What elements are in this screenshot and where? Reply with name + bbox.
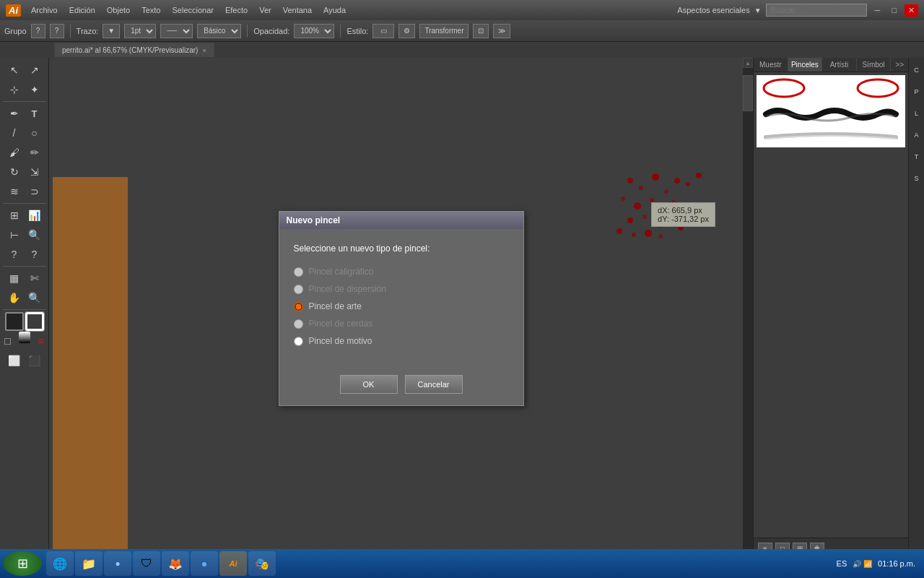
- basico-select[interactable]: Básico: [197, 24, 241, 38]
- fill-color-btn[interactable]: [5, 312, 24, 331]
- search-input[interactable]: [766, 4, 867, 17]
- menu-ventana[interactable]: Ventana: [279, 4, 316, 16]
- taskbar-app8[interactable]: 🎭: [248, 551, 276, 576]
- label-motivo: Pincel de motivo: [309, 336, 372, 346]
- menu-ayuda[interactable]: Ayuda: [319, 4, 350, 16]
- taskbar-app4[interactable]: 🛡: [133, 551, 160, 576]
- title-bar: Ai Archivo Edición Objeto Texto Seleccio…: [0, 0, 924, 20]
- title-bar-right: Aspectos esenciales ▼ ─ □ ✕: [677, 4, 918, 17]
- slice-tool[interactable]: ✄: [25, 269, 44, 288]
- tab-close-btn[interactable]: ×: [202, 47, 206, 54]
- column-graph-tool[interactable]: ▦: [5, 269, 24, 288]
- stroke-color-btn[interactable]: [25, 312, 44, 331]
- svg-point-25: [858, 79, 898, 97]
- transform-controls-btn[interactable]: ⊡: [473, 24, 489, 38]
- stroke-panel-btn[interactable]: S: [907, 169, 925, 188]
- panel-more-btn[interactable]: >>: [891, 58, 908, 72]
- paintbrush-tool[interactable]: 🖌: [5, 143, 24, 162]
- tool-row-line: / ○: [5, 124, 44, 142]
- measure-tool[interactable]: ⊢: [5, 225, 24, 244]
- tab-artisti[interactable]: Artísti: [822, 58, 857, 72]
- menu-ver[interactable]: Ver: [255, 4, 276, 16]
- blend-tool[interactable]: ?: [5, 245, 24, 264]
- select-tool[interactable]: ↖: [5, 61, 24, 79]
- taskbar-explorer[interactable]: 📁: [75, 551, 103, 576]
- radio-arte[interactable]: [294, 302, 303, 311]
- brush-options-btn[interactable]: ⚙: [398, 24, 415, 38]
- ellipse-tool[interactable]: ○: [25, 124, 44, 142]
- line-tool[interactable]: /: [5, 124, 24, 142]
- tool-row-draw: ⊹ ✦: [5, 80, 44, 99]
- menu-archivo[interactable]: Archivo: [27, 4, 62, 16]
- properties-btn[interactable]: P: [907, 82, 925, 101]
- trazo-size-select[interactable]: 1pt: [124, 24, 156, 38]
- menu-seleccionar[interactable]: Seleccionar: [167, 4, 217, 16]
- trazo-style-select[interactable]: ──: [160, 24, 193, 38]
- tool-sep-1: [3, 101, 46, 102]
- warp-tool[interactable]: ≋: [5, 182, 24, 201]
- group-question-btn[interactable]: ?: [31, 24, 45, 38]
- far-right-strip: C P L A T S: [908, 58, 924, 559]
- group-question2-btn[interactable]: ?: [50, 24, 64, 38]
- layers-btn[interactable]: L: [907, 104, 925, 123]
- pencil-tool[interactable]: ✏: [25, 143, 44, 162]
- estilo-btn[interactable]: ▭: [372, 24, 394, 38]
- menu-edicion[interactable]: Edición: [65, 4, 100, 16]
- minimize-button[interactable]: ─: [871, 4, 884, 16]
- radio-cerdas[interactable]: [294, 319, 303, 329]
- ok-button[interactable]: OK: [340, 375, 398, 394]
- document-tab[interactable]: perrito.ai* al 66,67% (CMYK/Previsualiza…: [54, 43, 214, 57]
- radio-dispersion[interactable]: [294, 285, 303, 294]
- opacidad-select[interactable]: 100%: [294, 24, 334, 38]
- taskbar-illustrator[interactable]: Ai: [219, 551, 247, 576]
- lasso-tool[interactable]: ⊹: [5, 80, 24, 99]
- text-tool[interactable]: T: [25, 104, 44, 123]
- radio-motivo[interactable]: [294, 337, 303, 346]
- magic-wand-tool[interactable]: ✦: [25, 80, 44, 99]
- label-dispersion: Pincel de dispersión: [309, 284, 386, 294]
- tab-pinceles[interactable]: Pinceles: [788, 58, 823, 72]
- cancel-button[interactable]: Cancelar: [405, 375, 463, 394]
- eyedropper-tool[interactable]: 🔍: [25, 225, 44, 244]
- zoom-tool[interactable]: 🔍: [25, 288, 44, 307]
- direct-select-tool[interactable]: ↗: [25, 61, 44, 79]
- taskbar-app3[interactable]: ●: [104, 551, 131, 576]
- tool-row-blend: ? ?: [5, 245, 44, 264]
- shape-builder-tool[interactable]: ⊞: [5, 206, 24, 225]
- normal-mode-btn[interactable]: □: [0, 332, 17, 350]
- tool-row-warp: ≋ ⊃: [5, 182, 44, 201]
- taskbar-app6[interactable]: ●: [191, 551, 218, 576]
- essentials-dropdown-icon[interactable]: ▼: [754, 7, 762, 14]
- pen-tool[interactable]: ✒: [5, 104, 24, 123]
- option-motivo: Pincel de motivo: [294, 336, 509, 346]
- hand-tool[interactable]: ✋: [5, 288, 24, 307]
- taskbar-firefox[interactable]: 🦊: [162, 551, 189, 576]
- close-button[interactable]: ✕: [905, 4, 918, 17]
- width-tool[interactable]: ⊃: [25, 182, 44, 201]
- start-button[interactable]: ⊞: [3, 551, 42, 576]
- menu-texto[interactable]: Texto: [137, 4, 165, 16]
- gradient-mode-btn[interactable]: [19, 332, 30, 343]
- align-btn[interactable]: A: [907, 126, 925, 144]
- scale-tool[interactable]: ⇲: [25, 163, 44, 181]
- canvas-area[interactable]: dX: 665,9 px dY: -371,32 px ▲ ▼ Nuevo pi…: [49, 58, 753, 559]
- taskbar-ie[interactable]: 🌐: [46, 551, 74, 576]
- radio-caligrafico[interactable]: [294, 267, 303, 277]
- menu-objeto[interactable]: Objeto: [103, 4, 134, 16]
- more-btn[interactable]: ≫: [493, 24, 510, 38]
- menu-efecto[interactable]: Efecto: [221, 4, 252, 16]
- transform-btn[interactable]: T: [907, 147, 925, 166]
- normal-screen-btn[interactable]: ⬜: [5, 351, 24, 370]
- symbol-tool[interactable]: ?: [25, 245, 44, 264]
- pattern-mode-btn[interactable]: ≡: [32, 332, 51, 350]
- color-panel-btn[interactable]: C: [907, 61, 925, 79]
- tab-muestr[interactable]: Muestr: [754, 58, 788, 72]
- graph-tool[interactable]: 📊: [25, 206, 44, 225]
- trazo-arrow-btn[interactable]: ▼: [103, 24, 120, 38]
- maximize-button[interactable]: □: [888, 4, 900, 16]
- transformer-btn[interactable]: Transformer: [419, 24, 468, 38]
- option-arte: Pincel de arte: [294, 301, 509, 311]
- tab-simbol[interactable]: Símbol: [857, 58, 892, 72]
- full-screen-btn[interactable]: ⬛: [25, 351, 44, 370]
- rotate-tool[interactable]: ↻: [5, 163, 24, 181]
